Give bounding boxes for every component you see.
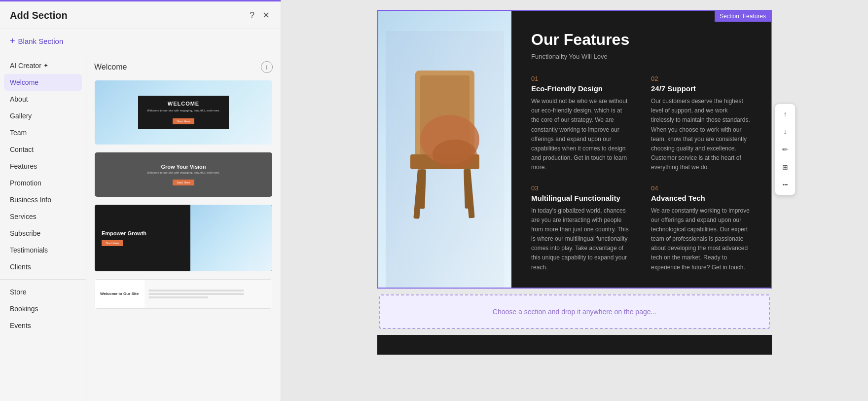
feature-desc-1: We would not be who we are without our e… — [531, 97, 631, 173]
templates-header: Welcome i — [94, 61, 273, 73]
sidebar-item-clients[interactable]: Clients — [0, 258, 86, 275]
feature-desc-3: In today's globalized world, chances are… — [531, 206, 631, 272]
toolbar-up-button[interactable]: ↑ — [778, 107, 792, 121]
card-welcome-overlay: WELCOME Welcome to our site with engagin… — [138, 96, 229, 129]
add-section-panel: Add Section ? ✕ + Blank Section AI Creat… — [0, 0, 281, 401]
card-empower-left: Empower Growth Start Here — [95, 205, 190, 271]
card-welcome-bg: WELCOME Welcome to our site with engagin… — [95, 80, 272, 145]
feature-name-1: Eco-Friendly Design — [531, 84, 631, 93]
features-subtitle: Functionality You Will Love — [531, 53, 751, 60]
section-label: Section: Features — [715, 11, 771, 22]
sidebar-item-ai-creator[interactable]: AI Creator ✦ — [0, 57, 86, 74]
card-welcome2-left: Welcome to Our Site — [95, 280, 145, 308]
features-grid: 01 Eco-Friendly Design We would not be w… — [531, 75, 751, 272]
ai-creator-label: AI Creator — [10, 62, 41, 70]
sidebar-item-features[interactable]: Features — [0, 158, 86, 175]
sidebar-item-business-info[interactable]: Business Info — [0, 191, 86, 208]
page-canvas: Section: Features — [377, 10, 772, 355]
testimonials-label: Testimonials — [10, 246, 48, 254]
drop-zone-text: Choose a section and drop it anywhere on… — [493, 308, 656, 316]
sidebar-item-events[interactable]: Events — [0, 317, 86, 334]
sidebar-nav: AI Creator ✦ Welcome About Gallery Team … — [0, 53, 86, 401]
svg-point-9 — [433, 140, 477, 169]
sidebar-item-promotion[interactable]: Promotion — [0, 175, 86, 191]
features-section: Section: Features — [377, 10, 772, 289]
card-grow-btn: Start Here — [173, 180, 194, 185]
features-content: Our Features Functionality You Will Love… — [511, 11, 771, 288]
panel-header: Add Section ? ✕ — [0, 0, 281, 29]
contact-label: Contact — [10, 146, 34, 153]
about-label: About — [10, 95, 28, 103]
card-empower-title: Empower Growth — [102, 230, 146, 237]
sidebar-item-testimonials[interactable]: Testimonials — [0, 242, 86, 258]
template-card-grow-vision[interactable]: Grow Your Vision Welcome to our site wit… — [94, 152, 273, 197]
card-welcome2-line-3 — [148, 296, 208, 298]
sidebar-item-about[interactable]: About — [0, 91, 86, 108]
feature-name-2: 24/7 Support — [651, 84, 751, 93]
card-welcome2-title: Welcome to Our Site — [100, 292, 139, 296]
feature-item-3: 03 Multilingual Functionality In today's… — [531, 184, 631, 272]
card-welcome-title: WELCOME — [147, 101, 220, 107]
gallery-label: Gallery — [10, 112, 32, 120]
close-button[interactable]: ✕ — [261, 9, 271, 22]
card-grow-title: Grow Your Vision — [147, 164, 220, 170]
template-card-welcome-1[interactable]: WELCOME Welcome to our site with engagin… — [94, 80, 273, 145]
toolbar-down-button[interactable]: ↓ — [778, 125, 792, 139]
drop-zone[interactable]: Choose a section and drop it anywhere on… — [379, 294, 770, 329]
subscribe-label: Subscribe — [10, 229, 40, 237]
card-grow-bg: Grow Your Vision Welcome to our site wit… — [95, 152, 272, 197]
services-label: Services — [10, 213, 36, 220]
info-icon-label: i — [266, 64, 268, 71]
events-label: Events — [10, 322, 31, 329]
features-label: Features — [10, 162, 37, 170]
blank-section-button[interactable]: + Blank Section — [10, 36, 271, 46]
feature-num-4: 04 — [651, 184, 751, 192]
feature-num-1: 01 — [531, 75, 631, 82]
right-wrapper: Section: Features — [281, 0, 868, 401]
template-card-empower-growth[interactable]: Empower Growth Start Here — [94, 204, 273, 272]
nav-divider — [0, 279, 86, 280]
features-main-title: Our Features — [531, 31, 751, 49]
info-icon[interactable]: i — [261, 61, 273, 73]
sidebar-item-store[interactable]: Store — [0, 284, 86, 300]
template-card-welcome-our-site[interactable]: Welcome to Our Site — [94, 279, 273, 309]
sidebar-item-subscribe[interactable]: Subscribe — [0, 225, 86, 242]
card-grow-subtitle: Welcome to our site with engaging, beaut… — [147, 171, 220, 174]
card-empower-bg: Empower Growth Start Here — [95, 205, 272, 271]
panel-title: Add Section — [10, 10, 68, 21]
feature-num-3: 03 — [531, 184, 631, 192]
ai-creator-icon: ✦ — [43, 62, 48, 69]
feature-name-3: Multilingual Functionality — [531, 194, 631, 202]
card-welcome-subtitle: Welcome to our site with engaging, beaut… — [147, 109, 220, 112]
card-grow-content: Grow Your Vision Welcome to our site wit… — [147, 164, 220, 185]
card-welcome2-line-1 — [148, 290, 244, 292]
blank-section-label: Blank Section — [18, 37, 64, 45]
feature-item-4: 04 Advanced Tech We are constantly worki… — [651, 184, 751, 272]
card-welcome2-bg: Welcome to Our Site — [95, 279, 272, 309]
templates-section-name: Welcome — [94, 63, 127, 72]
feature-item-1: 01 Eco-Friendly Design We would not be w… — [531, 75, 631, 173]
features-image — [378, 11, 511, 288]
toolbar-more-button[interactable]: ••• — [778, 178, 792, 192]
sidebar-item-contact[interactable]: Contact — [0, 141, 86, 158]
card-empower-btn: Start Here — [102, 240, 123, 246]
team-label: Team — [10, 129, 27, 137]
sidebar-item-bookings[interactable]: Bookings — [0, 300, 86, 317]
help-button[interactable]: ? — [249, 9, 255, 22]
promotion-label: Promotion — [10, 179, 41, 187]
card-welcome2-right — [145, 280, 272, 308]
page-footer — [377, 335, 772, 355]
templates-area: Welcome i WELCOME Welcome to our site wi… — [86, 53, 281, 401]
card-welcome2-line-2 — [148, 293, 244, 295]
sidebar-item-services[interactable]: Services — [0, 208, 86, 225]
sidebar-item-gallery[interactable]: Gallery — [0, 108, 86, 124]
plus-icon: + — [10, 36, 15, 46]
drop-zone-wrapper: Choose a section and drop it anywhere on… — [377, 289, 772, 335]
toolbar-grid-button[interactable]: ⊞ — [778, 160, 792, 174]
feature-num-2: 02 — [651, 75, 751, 82]
store-label: Store — [10, 288, 26, 296]
toolbar-edit-button[interactable]: ✏ — [778, 143, 792, 156]
sidebar-item-welcome[interactable]: Welcome — [4, 74, 82, 91]
feature-desc-4: We are constantly working to improve our… — [651, 206, 751, 272]
sidebar-item-team[interactable]: Team — [0, 124, 86, 141]
